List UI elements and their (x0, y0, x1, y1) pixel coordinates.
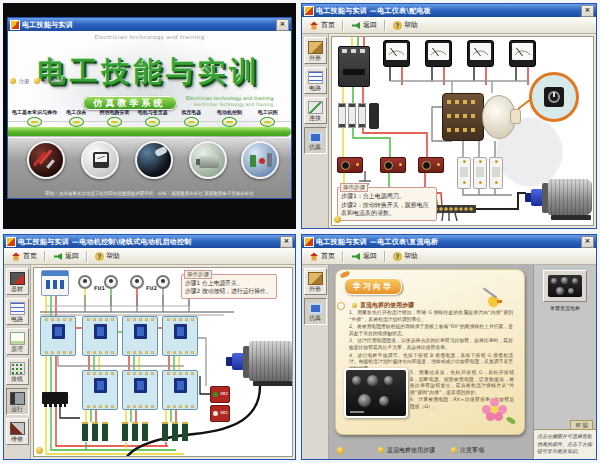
menu-item[interactable]: 电机与变压器 (134, 109, 172, 127)
contactor[interactable] (82, 316, 118, 356)
menu-item[interactable]: 电工基本常识与操作 (12, 109, 57, 127)
help-button[interactable]: ?帮助 (92, 250, 123, 262)
contactor[interactable] (162, 370, 198, 410)
home-button[interactable]: 首页 (8, 250, 40, 262)
contactor[interactable] (40, 316, 76, 356)
pushbutton-station[interactable]: SB1 (210, 405, 230, 422)
sidebar-item-run[interactable]: 运行 (6, 388, 29, 415)
circuit-breaker[interactable] (41, 270, 69, 296)
titlebar[interactable]: 电工技能与实训 —电工仪表\配电板 × (302, 4, 596, 17)
knife-switch[interactable] (42, 392, 68, 404)
screw-fuse[interactable] (78, 275, 92, 289)
screw-fuse[interactable] (104, 275, 118, 289)
menu-item[interactable]: 低压电器 (172, 109, 210, 127)
toolbar-separator (342, 20, 344, 31)
quadrant-guide: 电工技能与实训 —电工仪表\直流电桥 × 首页 返回 ?帮助 外形 仿真 (301, 234, 597, 460)
bullet-icon (451, 447, 457, 453)
home-icon (309, 21, 319, 30)
sidebar-item-simulate[interactable]: 仿真 (304, 127, 327, 154)
menu-item[interactable]: 电工识图 (249, 109, 287, 127)
fuse-block[interactable] (369, 103, 379, 129)
resistor-bank[interactable] (80, 422, 112, 442)
sidebar-item-repair[interactable]: 维修 (6, 418, 29, 445)
knife-switch-breaker[interactable] (338, 46, 370, 87)
contactor[interactable] (122, 370, 158, 410)
menu-item[interactable]: 照明电路安装 (95, 109, 133, 127)
sidebar-item-circuit[interactable]: 电路 (304, 67, 327, 94)
step-line: 步骤1：合上电源闸刀。 (341, 192, 433, 201)
sidebar-item-equipment[interactable]: 器材 (6, 268, 29, 295)
menu-item[interactable]: 电动机控制 (210, 109, 248, 127)
titlebar[interactable]: 电工技能与实训 —电工仪表\直流电桥 × (302, 235, 596, 248)
help-button[interactable]: ?帮助 (390, 19, 421, 31)
link-usage-steps[interactable]: 直流电桥使用步骤 (378, 446, 435, 455)
link-precautions[interactable]: 注意事项 (451, 446, 484, 455)
photo-tools[interactable] (27, 141, 65, 179)
current-transformer-2[interactable] (380, 157, 406, 173)
quadrant-meters: 电工技能与实训 —电工仪表\配电板 × 首页 返回 ?帮助 外形 电路 连接 仿… (301, 3, 597, 229)
back-button[interactable]: 返回 (348, 19, 380, 31)
resistor-bank[interactable] (160, 422, 192, 442)
current-transformer-1[interactable] (337, 157, 363, 173)
back-button[interactable]: 返回 (50, 250, 82, 262)
analog-meter-1[interactable] (383, 40, 410, 67)
svg-text:?: ? (98, 253, 102, 261)
info-button[interactable]: 相关信息 (34, 78, 63, 84)
photo-meter[interactable] (81, 141, 119, 179)
screw-fuse[interactable] (130, 275, 144, 289)
english-subtitle-2: Electrician Technology and Training (194, 102, 273, 107)
app-icon (10, 20, 20, 30)
motor[interactable] (525, 175, 594, 221)
close-icon[interactable]: × (581, 5, 594, 17)
help-button[interactable]: ?帮助 (390, 250, 421, 262)
fuse-carrier[interactable] (473, 157, 487, 189)
help-icon: ? (95, 252, 104, 261)
connect-icon (308, 101, 323, 114)
contactor[interactable] (82, 370, 118, 410)
menu-item[interactable]: 电工仪表 (57, 109, 95, 127)
home-button[interactable]: 首页 (306, 250, 338, 262)
close-icon[interactable]: × (276, 19, 289, 31)
titlebar[interactable]: 电工技能与实训 —电动机控制\绕线式电动机启动控制 × (4, 235, 295, 248)
close-icon[interactable]: × (280, 236, 293, 248)
screw-fuse[interactable] (156, 275, 170, 289)
photo-component[interactable] (135, 141, 173, 179)
fuse-carrier[interactable] (457, 157, 471, 189)
photo-parts[interactable] (241, 141, 279, 179)
analog-meter-4[interactable] (509, 40, 536, 67)
bullet-ring (337, 302, 345, 310)
menu-oval-icon (27, 117, 42, 127)
motor[interactable] (226, 336, 293, 388)
device-thumbnail-button[interactable] (543, 270, 587, 302)
current-transformer-3[interactable] (418, 157, 444, 173)
cam-switch-knob[interactable] (510, 109, 521, 124)
pushbutton-station[interactable]: SB2 (210, 386, 230, 403)
fuse-carrier[interactable] (489, 157, 503, 189)
sidebar-item-appearance[interactable]: 外形 (304, 268, 327, 295)
analog-meter-3[interactable] (467, 40, 494, 67)
fuse[interactable] (348, 103, 356, 128)
resistor-bank[interactable] (120, 422, 152, 442)
contactor[interactable] (162, 316, 198, 356)
analog-meter-2[interactable] (425, 40, 452, 67)
sidebar-item-circuit[interactable]: 电路 (6, 298, 29, 325)
photo-motor[interactable] (189, 141, 227, 179)
home-button[interactable]: 首页 (306, 19, 338, 31)
cam-switch-body[interactable] (442, 93, 484, 141)
sidebar-item-wiring[interactable]: 接线 (6, 358, 29, 385)
back-button[interactable]: 返回 (348, 250, 380, 262)
sidebar-item-simulate[interactable]: 仿真 (304, 298, 327, 325)
titlebar[interactable]: 电工技能与实训 × (8, 18, 291, 31)
box-icon (308, 272, 323, 285)
close-icon[interactable]: × (581, 236, 594, 248)
fuse[interactable] (338, 103, 346, 128)
subtitle-pill: 仿真教学系统 (83, 96, 177, 110)
help-tab[interactable]: 帮 助 (570, 420, 593, 429)
help-text: 点击右侧图片可选择您欲仿真的器件。点击下方按钮可学习相关知识。 (534, 429, 596, 459)
sidebar-item-appearance[interactable]: 外形 (304, 37, 327, 64)
register-button[interactable]: 注册 (10, 78, 29, 84)
contactor[interactable] (122, 316, 158, 356)
sidebar-item-connect[interactable]: 连接 (304, 97, 327, 124)
fuse[interactable] (358, 103, 366, 128)
sidebar-item-principle[interactable]: 原理 (6, 328, 29, 355)
